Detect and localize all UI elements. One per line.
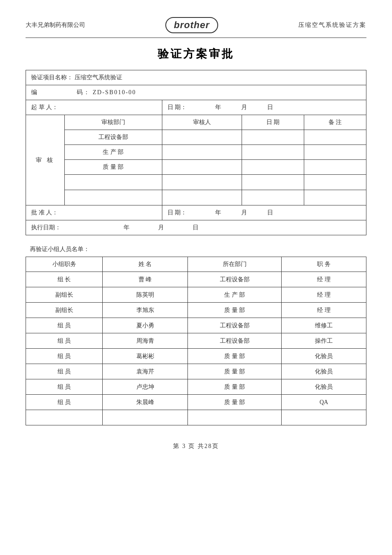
team-cell-7-1: 卢忠坤 bbox=[103, 379, 188, 395]
team-header-row: 小组职务 姓 名 所在部门 职 务 bbox=[26, 257, 366, 272]
team-cell-1-3: 经 理 bbox=[282, 287, 366, 303]
remark-header: 备 注 bbox=[304, 115, 366, 130]
team-cell-3-0: 组 员 bbox=[26, 318, 103, 333]
approver-row: 批 准 人： 日 期： 年 月 日 bbox=[26, 205, 366, 220]
team-cell-1-1: 陈英明 bbox=[103, 287, 188, 303]
team-row: 副组长李旭东质 量 部经 理 bbox=[26, 303, 366, 318]
team-cell-0-0: 组 长 bbox=[26, 272, 103, 287]
code-row: 编 码： ZD-SB010-00 bbox=[26, 85, 366, 100]
team-cell-8-2: 质 量 部 bbox=[188, 395, 282, 410]
team-cell-8-0: 组 员 bbox=[26, 395, 103, 410]
empty-row1 bbox=[26, 175, 366, 190]
team-row: 组 员周海青工程设备部操作工 bbox=[26, 333, 366, 349]
approval-table: 验证项目名称： 压缩空气系统验证 编 码： ZD-SB010-00 起 草 人： bbox=[26, 70, 366, 235]
exec-month: 月 bbox=[158, 224, 164, 231]
team-row: 组 员葛彬彬质 量 部化验员 bbox=[26, 349, 366, 364]
approver-month: 月 bbox=[241, 209, 247, 216]
team-row: 副组长陈英明生 产 部经 理 bbox=[26, 287, 366, 303]
empty1-reviewer bbox=[162, 175, 242, 190]
dept1-reviewer bbox=[162, 130, 242, 145]
draft-label: 起 草 人： bbox=[31, 104, 58, 110]
team-header-0: 小组职务 bbox=[26, 257, 103, 272]
team-row: 组 员朱晨峰质 量 部QA bbox=[26, 395, 366, 410]
reviewer-header: 审核人 bbox=[162, 115, 242, 130]
draft-date-cell: 日 期： 年 月 日 bbox=[162, 100, 366, 115]
team-cell-5-3: 化验员 bbox=[282, 349, 366, 364]
team-cell-4-2: 工程设备部 bbox=[188, 333, 282, 349]
team-cell-5-1: 葛彬彬 bbox=[103, 349, 188, 364]
empty2-dept bbox=[65, 190, 162, 205]
team-header-3: 职 务 bbox=[282, 257, 366, 272]
team-cell-9-0 bbox=[26, 410, 103, 425]
team-cell-1-2: 生 产 部 bbox=[188, 287, 282, 303]
empty1-remark bbox=[304, 175, 366, 190]
team-cell-4-3: 操作工 bbox=[282, 333, 366, 349]
empty2-remark bbox=[304, 190, 366, 205]
approver-day: 日 bbox=[267, 209, 273, 216]
team-cell-0-3: 经 理 bbox=[282, 272, 366, 287]
team-cell-7-3: 化验员 bbox=[282, 379, 366, 395]
team-cell-6-3: 化验员 bbox=[282, 364, 366, 379]
main-title: 验证方案审批 bbox=[26, 46, 366, 61]
team-row: 组 员卢忠坤质 量 部化验员 bbox=[26, 379, 366, 395]
exec-date-cell: 执行日期： 年 月 日 bbox=[26, 220, 366, 235]
approver-year: 年 bbox=[215, 209, 221, 216]
team-cell-5-2: 质 量 部 bbox=[188, 349, 282, 364]
project-name-row: 验证项目名称： 压缩空气系统验证 bbox=[26, 70, 366, 85]
approver-date-label: 日 期： bbox=[167, 209, 187, 216]
team-row: 组 员夏小勇工程设备部维修工 bbox=[26, 318, 366, 333]
exec-date-row: 执行日期： 年 月 日 bbox=[26, 220, 366, 235]
date-label: 日 期： bbox=[167, 104, 187, 110]
exec-year: 年 bbox=[124, 224, 130, 231]
review-dept-header: 审核部门 bbox=[65, 115, 162, 130]
empty1-date bbox=[242, 175, 304, 190]
exec-date-label: 执行日期： bbox=[31, 224, 61, 231]
team-header-1: 姓 名 bbox=[103, 257, 188, 272]
dept1-remark bbox=[304, 130, 366, 145]
page: 大丰兄弟制药有限公司 brother 压缩空气系统验证方案 验证方案审批 验证项… bbox=[0, 0, 392, 555]
team-section: 再验证小组人员名单： 小组职务 姓 名 所在部门 职 务 组 长曹 峰工程设备部… bbox=[26, 246, 366, 425]
team-section-label: 再验证小组人员名单： bbox=[26, 246, 366, 253]
company-name: 大丰兄弟制药有限公司 bbox=[26, 21, 85, 29]
code-label1: 编 bbox=[31, 89, 38, 95]
dept2-cell: 生 产 部 bbox=[65, 145, 162, 160]
team-row bbox=[26, 410, 366, 425]
team-cell-0-2: 工程设备部 bbox=[188, 272, 282, 287]
page-header: 大丰兄弟制药有限公司 brother 压缩空气系统验证方案 bbox=[26, 17, 366, 38]
team-cell-2-2: 质 量 部 bbox=[188, 303, 282, 318]
dept2-date bbox=[242, 145, 304, 160]
empty2-reviewer bbox=[162, 190, 242, 205]
team-cell-2-1: 李旭东 bbox=[103, 303, 188, 318]
dept1-cell: 工程设备部 bbox=[65, 130, 162, 145]
team-cell-0-1: 曹 峰 bbox=[103, 272, 188, 287]
footer-text: 第 3 页 共28页 bbox=[173, 443, 219, 449]
date-header: 日 期 bbox=[242, 115, 304, 130]
team-cell-7-0: 组 员 bbox=[26, 379, 103, 395]
day-label: 日 bbox=[267, 104, 273, 110]
team-cell-1-0: 副组长 bbox=[26, 287, 103, 303]
page-footer: 第 3 页 共28页 bbox=[26, 442, 366, 450]
team-cell-6-0: 组 员 bbox=[26, 364, 103, 379]
month-label: 月 bbox=[241, 104, 247, 110]
team-cell-5-0: 组 员 bbox=[26, 349, 103, 364]
team-cell-8-1: 朱晨峰 bbox=[103, 395, 188, 410]
exec-day: 日 bbox=[193, 224, 199, 231]
brother-logo: brother bbox=[165, 17, 218, 33]
draft-cell: 起 草 人： bbox=[26, 100, 162, 115]
code-label2: 码： bbox=[77, 89, 90, 95]
team-cell-3-3: 维修工 bbox=[282, 318, 366, 333]
dept3-reviewer bbox=[162, 160, 242, 175]
team-cell-3-2: 工程设备部 bbox=[188, 318, 282, 333]
dept2-row: 生 产 部 bbox=[26, 145, 366, 160]
team-cell-2-0: 副组长 bbox=[26, 303, 103, 318]
team-row: 组 长曹 峰工程设备部经 理 bbox=[26, 272, 366, 287]
team-cell-9-2 bbox=[188, 410, 282, 425]
empty1-dept bbox=[65, 175, 162, 190]
dept2-remark bbox=[304, 145, 366, 160]
team-cell-4-1: 周海青 bbox=[103, 333, 188, 349]
draft-row: 起 草 人： 日 期： 年 月 日 bbox=[26, 100, 366, 115]
doc-title: 压缩空气系统验证方案 bbox=[298, 21, 366, 29]
team-cell-2-3: 经 理 bbox=[282, 303, 366, 318]
team-cell-6-2: 质 量 部 bbox=[188, 364, 282, 379]
approver-date-cell: 日 期： 年 月 日 bbox=[162, 205, 366, 220]
